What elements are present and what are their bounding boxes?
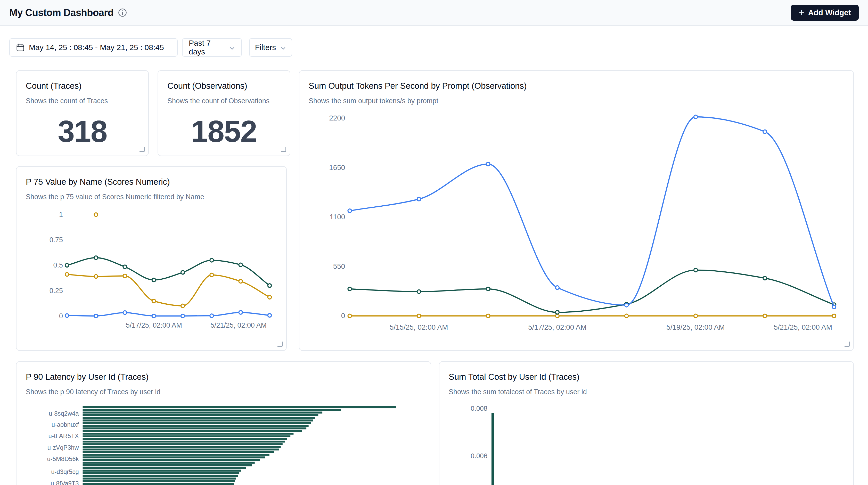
widget-tokens-chart: Sum Output Tokens Per Second by Prompt (… — [299, 70, 854, 351]
widget-p90-chart: P 90 Latency by User Id (Traces) Shows t… — [16, 361, 431, 485]
resize-handle-icon[interactable] — [277, 341, 283, 347]
svg-text:5/21/25, 02:00 AM: 5/21/25, 02:00 AM — [210, 322, 267, 329]
widget-title: P 75 Value by Name (Scores Numeric) — [17, 166, 286, 187]
widget-cost-chart: Sum Total Cost by User Id (Traces) Shows… — [439, 361, 854, 485]
svg-text:u-tFAR5TX: u-tFAR5TX — [49, 432, 79, 439]
date-range-value: May 14, 25 : 08:45 - May 21, 25 : 08:45 — [29, 43, 164, 52]
svg-text:5/17/25, 02:00 AM: 5/17/25, 02:00 AM — [528, 323, 586, 331]
tokens-line-chart-canvas: 22001650110055005/15/25, 02:00 AM5/17/25… — [300, 71, 853, 350]
svg-text:5/21/25, 02:00 AM: 5/21/25, 02:00 AM — [774, 323, 832, 331]
svg-text:2200: 2200 — [329, 114, 345, 122]
widget-subtitle: Shows the sum totalcost of Traces by use… — [439, 382, 853, 396]
widget-subtitle: Shows the sum output tokens/s by prompt — [300, 91, 853, 105]
resize-handle-icon[interactable] — [140, 147, 145, 152]
svg-text:1100: 1100 — [330, 213, 345, 221]
svg-text:5/19/25, 02:00 AM: 5/19/25, 02:00 AM — [666, 323, 724, 331]
filters-label: Filters — [255, 43, 276, 52]
widget-title: Sum Output Tokens Per Second by Prompt (… — [300, 71, 853, 91]
widget-title: Sum Total Cost by User Id (Traces) — [439, 362, 853, 382]
svg-text:u-5M8D56k: u-5M8D56k — [47, 455, 79, 462]
calendar-icon — [16, 43, 25, 52]
count-observations-value: 1852 — [191, 114, 257, 149]
svg-text:u-d3qr5cg: u-d3qr5cg — [51, 468, 79, 475]
widget-title: Count (Observations) — [158, 71, 290, 91]
svg-text:5/17/25, 02:00 AM: 5/17/25, 02:00 AM — [126, 322, 182, 329]
resize-handle-icon[interactable] — [281, 147, 286, 152]
resize-handle-icon[interactable] — [844, 341, 850, 347]
svg-text:0: 0 — [341, 312, 345, 320]
svg-text:1650: 1650 — [329, 163, 345, 172]
widget-subtitle: Shows the p 75 value of Scores Numeric f… — [17, 187, 286, 201]
svg-text:5/15/25, 02:00 AM: 5/15/25, 02:00 AM — [390, 323, 448, 331]
widget-count-observations: Count (Observations) Shows the count of … — [158, 70, 290, 156]
widget-subtitle: Shows the count of Observations — [158, 91, 290, 105]
widget-subtitle: Shows the count of Traces — [17, 91, 148, 105]
dashboard-page: My Custom Dashboard + Add Widget — [0, 0, 868, 485]
filters-dropdown[interactable]: Filters — [249, 38, 292, 57]
svg-text:0.5: 0.5 — [53, 261, 63, 269]
plus-icon: + — [799, 7, 804, 17]
svg-text:u-aobnuxf: u-aobnuxf — [52, 421, 79, 428]
chevron-down-icon — [280, 44, 286, 51]
widget-p75-chart: P 75 Value by Name (Scores Numeric) Show… — [16, 166, 287, 351]
info-icon[interactable] — [118, 8, 127, 17]
svg-text:0.75: 0.75 — [50, 236, 63, 244]
svg-text:1: 1 — [59, 211, 63, 218]
svg-text:0.25: 0.25 — [50, 287, 63, 295]
page-title: My Custom Dashboard — [9, 7, 114, 18]
svg-text:550: 550 — [333, 262, 345, 270]
widget-count-traces: Count (Traces) Shows the count of Traces… — [16, 70, 149, 156]
svg-text:0.008: 0.008 — [471, 405, 487, 412]
svg-text:0: 0 — [59, 312, 63, 320]
svg-text:u-8sq2w4a: u-8sq2w4a — [49, 410, 79, 417]
date-range-picker[interactable]: May 14, 25 : 08:45 - May 21, 25 : 08:45 — [9, 38, 178, 57]
widget-title: P 90 Latency by User Id (Traces) — [17, 362, 431, 382]
page-header: My Custom Dashboard + Add Widget — [0, 0, 868, 26]
time-preset-value: Past 7 days — [189, 39, 225, 56]
time-preset-select[interactable]: Past 7 days — [182, 38, 242, 57]
add-widget-label: Add Widget — [808, 8, 851, 17]
svg-text:0.006: 0.006 — [471, 452, 487, 459]
widget-title: Count (Traces) — [17, 71, 148, 91]
chevron-down-icon — [229, 44, 235, 51]
widget-subtitle: Shows the p 90 latency of Traces by user… — [17, 382, 431, 396]
svg-text:u-zVqP3hw: u-zVqP3hw — [48, 444, 79, 451]
add-widget-button[interactable]: + Add Widget — [791, 5, 859, 21]
svg-text:u-8fVa9T3: u-8fVa9T3 — [51, 480, 79, 485]
count-traces-value: 318 — [58, 114, 107, 149]
